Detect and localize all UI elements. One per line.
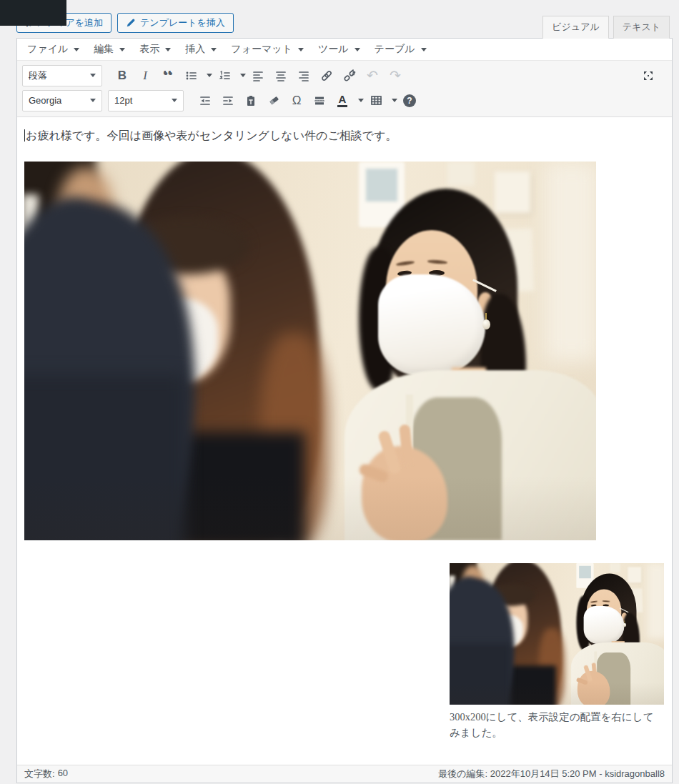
menu-label: フォーマット (231, 43, 292, 56)
text-color-split-button: A (332, 90, 363, 111)
unlink-button[interactable] (340, 65, 360, 86)
special-character-button[interactable]: Ω (287, 90, 307, 111)
bullet-list-split-button (181, 65, 212, 86)
italic-button[interactable]: I (135, 65, 155, 86)
tab-visual-label: ビジュアル (552, 21, 600, 32)
outdent-icon (199, 95, 211, 106)
font-size-select[interactable]: 12pt (108, 90, 184, 111)
align-center-icon (275, 70, 287, 81)
align-right-icon (298, 70, 309, 81)
menu-item-format[interactable]: フォーマット (224, 39, 311, 60)
paste-as-text-button[interactable] (241, 90, 261, 111)
indent-icon (222, 95, 234, 106)
font-size-value: 12pt (114, 95, 132, 106)
chevron-down-icon (90, 74, 96, 77)
right-aligned-figure: 300x200にして、表示設定の配置を右にしてみました。 (450, 563, 664, 741)
outdent-button[interactable] (195, 90, 215, 111)
chevron-down-icon (207, 74, 212, 77)
text-color-letter: A (339, 94, 347, 104)
table-icon (370, 94, 382, 106)
photo-shape (584, 606, 625, 645)
toolbar-row-2: Georgia 12pt (22, 88, 667, 113)
photo-shape (482, 319, 490, 329)
menu-item-view[interactable]: 表示 (132, 39, 178, 60)
bullet-list-icon (185, 70, 197, 81)
chevron-down-icon (211, 48, 217, 51)
read-more-button[interactable] (309, 90, 329, 111)
insert-template-button[interactable]: テンプレートを挿入 (117, 13, 234, 33)
help-icon: ? (403, 94, 416, 107)
text-cursor (24, 129, 25, 142)
redo-button[interactable]: ↷ (385, 65, 405, 86)
unlink-icon (343, 69, 356, 82)
text-color-button[interactable]: A (332, 90, 352, 111)
photo-shape (366, 169, 397, 202)
fullscreen-icon (643, 70, 654, 81)
bullet-list-button[interactable] (181, 65, 201, 86)
editor-image-small[interactable] (450, 563, 664, 705)
block-format-select[interactable]: 段落 (22, 65, 102, 86)
chevron-down-icon (74, 48, 79, 51)
bullet-list-options[interactable] (201, 65, 212, 86)
menu-item-insert[interactable]: 挿入 (178, 39, 224, 60)
undo-button[interactable]: ↶ (362, 65, 382, 86)
text-color-options[interactable] (352, 90, 363, 111)
link-button[interactable] (317, 65, 337, 86)
read-more-icon (314, 95, 325, 106)
photo-shape (545, 162, 596, 362)
tab-visual[interactable]: ビジュアル (542, 16, 609, 39)
menu-item-file[interactable]: ファイル (20, 39, 86, 60)
fullscreen-button[interactable] (638, 65, 658, 86)
photo-shape (447, 162, 475, 186)
image-caption: 300x200にして、表示設定の配置を右にしてみました。 (450, 709, 664, 741)
photo-shape (647, 563, 664, 639)
indent-button[interactable] (218, 90, 238, 111)
editor-content-area[interactable]: お疲れ様です。今回は画像や表がセンタリングしない件のご相談です。 (17, 117, 672, 765)
clear-formatting-button[interactable] (264, 90, 284, 111)
menu-label: 表示 (139, 43, 159, 56)
numbered-list-options[interactable] (234, 65, 245, 86)
table-options[interactable] (386, 90, 397, 111)
admin-menu-corner-overlay (0, 0, 66, 26)
paragraph: お疲れ様です。今回は画像や表がセンタリングしない件のご相談です。 (24, 129, 665, 143)
menu-item-edit[interactable]: 編集 (86, 39, 132, 60)
paragraph-text: お疲れ様です。今回は画像や表がセンタリングしない件のご相談です。 (26, 129, 397, 142)
chevron-down-icon (298, 48, 304, 51)
menu-item-table[interactable]: テーブル (367, 39, 434, 60)
insert-template-label: テンプレートを挿入 (140, 16, 225, 29)
editor-toolbar-top: ♫ メディアを追加 テンプレートを挿入 ビジュアル テキスト (16, 13, 673, 38)
editor-image-large[interactable] (24, 162, 596, 540)
align-center-button[interactable] (271, 65, 291, 86)
align-right-button[interactable] (294, 65, 314, 86)
chevron-down-icon (172, 99, 177, 102)
chevron-down-icon (358, 99, 364, 102)
editor-status-bar: 文字数: 60 最後の編集: 2022年10月14日 5:20 PM - ksi… (17, 765, 672, 783)
blockquote-button[interactable]: “ (158, 71, 178, 81)
photo-shape (495, 172, 530, 213)
photo-meeting-scene (450, 563, 664, 705)
photo-shape (610, 563, 620, 572)
align-left-icon (252, 70, 264, 81)
help-button[interactable]: ? (400, 90, 420, 111)
chevron-down-icon (355, 48, 360, 51)
numbered-list-split-button (214, 65, 245, 86)
numbered-list-button[interactable] (214, 65, 234, 86)
photo-shape (628, 567, 641, 582)
last-edited-info: 最後の編集: 2022年10月14日 5:20 PM - ksidragonba… (438, 768, 665, 780)
wp-classic-editor-page: ♫ メディアを追加 テンプレートを挿入 ビジュアル テキスト ファイル 編集 (0, 0, 679, 784)
menu-item-tools[interactable]: ツール (311, 39, 367, 60)
bold-button[interactable]: B (112, 65, 132, 86)
align-left-button[interactable] (248, 65, 268, 86)
font-family-select[interactable]: Georgia (22, 90, 102, 111)
photo-shape (378, 274, 485, 376)
paste-text-icon (245, 95, 257, 106)
photo-shape (450, 683, 664, 705)
word-count-label: 文字数: (24, 768, 55, 780)
editor-box: ファイル 編集 表示 挿入 フォーマット ツール テーブル 段落 B I “ (16, 38, 673, 783)
tab-text[interactable]: テキスト (613, 16, 670, 39)
photo-shape (623, 623, 626, 627)
word-count-value: 60 (58, 768, 68, 780)
link-icon (320, 69, 333, 82)
image-paragraph (24, 162, 665, 540)
table-button[interactable] (366, 90, 386, 111)
